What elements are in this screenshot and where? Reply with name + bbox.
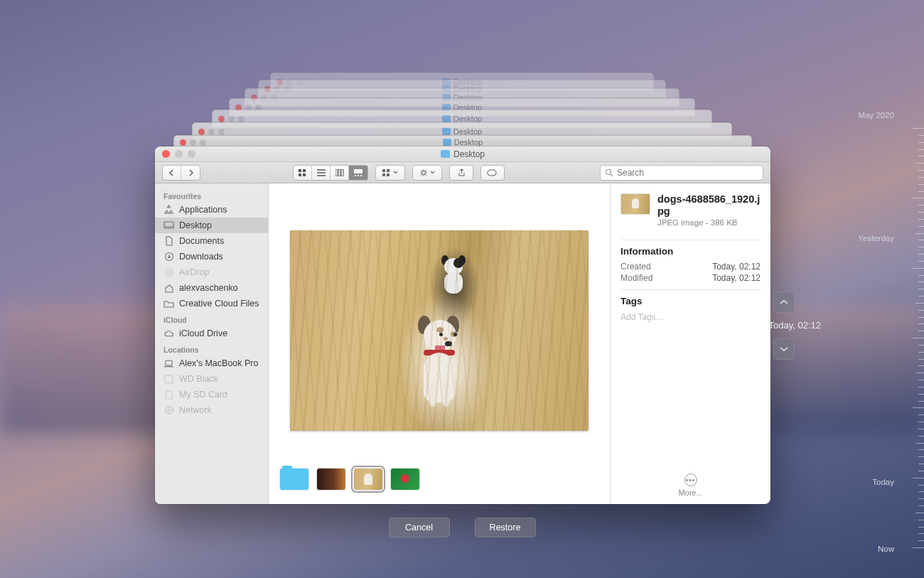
- forward-button[interactable]: [181, 166, 200, 180]
- sidebar-item-label: Creative Cloud Files: [179, 299, 259, 309]
- cancel-button[interactable]: Cancel: [389, 518, 450, 537]
- laptop-icon: [163, 358, 174, 368]
- svg-rect-14: [387, 173, 390, 176]
- info-created: CreatedToday, 02:12: [621, 261, 761, 272]
- svg-rect-3: [303, 173, 306, 176]
- svg-rect-10: [360, 175, 362, 176]
- thumbnail-strip: [269, 463, 610, 504]
- minimize-button[interactable]: [175, 150, 183, 158]
- window-controls: [162, 150, 195, 158]
- sidebar-item-label: Documents: [179, 236, 224, 246]
- restore-button[interactable]: Restore: [475, 518, 536, 537]
- finder-window: Desktop FavouritesApplicationsDesktopDoc…: [155, 146, 770, 504]
- search-input[interactable]: [617, 168, 758, 178]
- airdrop-icon: [163, 267, 174, 277]
- globe-icon: [163, 405, 174, 415]
- svg-rect-9: [358, 175, 359, 176]
- svg-rect-23: [165, 375, 173, 383]
- svg-rect-6: [341, 169, 343, 176]
- sidebar-item-label: AirDrop: [179, 267, 209, 277]
- sidebar-item-applications[interactable]: Applications: [155, 202, 268, 218]
- svg-rect-11: [382, 169, 385, 172]
- sidebar-section-header: iCloud: [155, 311, 268, 326]
- sidebar-item-label: iCloud Drive: [179, 328, 227, 338]
- icon-view-button[interactable]: [294, 166, 312, 180]
- tags-button[interactable]: [480, 165, 505, 181]
- sidebar-item-airdrop[interactable]: AirDrop: [155, 264, 268, 280]
- svg-point-20: [165, 269, 173, 277]
- timeline-label: Now: [878, 545, 894, 553]
- search-icon: [605, 168, 613, 177]
- sidebar-item-label: WD Black: [179, 374, 218, 384]
- svg-point-15: [422, 171, 426, 174]
- sidebar-item-network[interactable]: Network: [155, 402, 268, 418]
- list-view-button[interactable]: [312, 166, 331, 180]
- disk-icon: [163, 374, 174, 384]
- info-modified: ModifiedToday, 02:12: [621, 272, 761, 284]
- downloads-icon: [163, 252, 174, 262]
- sidebar-item-label: alexvaschenko: [179, 283, 238, 293]
- svg-rect-1: [303, 169, 306, 172]
- svg-rect-7: [354, 169, 362, 173]
- back-button[interactable]: [163, 166, 181, 180]
- sidebar-item-creative-cloud-files[interactable]: Creative Cloud Files: [155, 296, 268, 311]
- info-section-header: Information: [621, 246, 761, 257]
- titlebar: Desktop: [155, 146, 770, 162]
- close-button[interactable]: [162, 150, 170, 158]
- gallery-view-button[interactable]: [349, 166, 367, 180]
- svg-rect-12: [387, 169, 390, 172]
- sd-icon: [163, 390, 174, 400]
- home-icon: [163, 283, 174, 293]
- svg-rect-13: [382, 173, 385, 176]
- sidebar-item-label: Network: [179, 405, 212, 415]
- sidebar-item-desktop[interactable]: Desktop: [155, 218, 268, 233]
- zoom-button[interactable]: [188, 150, 195, 158]
- preview-image: [290, 230, 589, 431]
- folder-icon: [163, 299, 174, 309]
- svg-rect-4: [335, 169, 338, 176]
- search-field[interactable]: [600, 165, 763, 181]
- desktop-icon: [163, 220, 174, 230]
- sidebar-item-label: My SD Card: [179, 390, 227, 400]
- timeline[interactable]: May 2020 Yesterday Today Now: [839, 0, 924, 578]
- sidebar-item-downloads[interactable]: Downloads: [155, 249, 268, 264]
- sidebar: FavouritesApplicationsDesktopDocumentsDo…: [155, 183, 269, 504]
- toolbar: [155, 162, 770, 183]
- sidebar-item-documents[interactable]: Documents: [155, 233, 268, 249]
- sidebar-item-label: Desktop: [179, 220, 212, 230]
- sidebar-item-alexvaschenko[interactable]: alexvaschenko: [155, 280, 268, 296]
- folder-icon: [441, 150, 450, 158]
- add-tags-field[interactable]: Add Tags...: [621, 312, 761, 322]
- svg-rect-22: [166, 360, 172, 365]
- sidebar-item-icloud-drive[interactable]: iCloud Drive: [155, 326, 268, 341]
- svg-point-21: [167, 271, 171, 274]
- svg-point-17: [606, 169, 611, 174]
- info-pane: dogs-4688586_1920.jpg JPEG image - 386 K…: [611, 183, 770, 504]
- apps-icon: [163, 205, 174, 215]
- doc-icon: [163, 236, 174, 246]
- svg-rect-5: [338, 169, 340, 176]
- window-title: Desktop: [441, 149, 485, 159]
- thumbnail-image[interactable]: [391, 469, 419, 490]
- thumbnail-image-selected[interactable]: [354, 469, 382, 490]
- action-button[interactable]: [412, 165, 442, 181]
- thumbnail-image[interactable]: [317, 469, 345, 490]
- tags-section-header: Tags: [621, 296, 761, 306]
- info-thumbnail: [621, 193, 650, 215]
- timeline-down-button[interactable]: [773, 338, 795, 360]
- thumbnail-folder[interactable]: [280, 469, 308, 490]
- group-button[interactable]: [375, 165, 405, 181]
- sidebar-item-my-sd-card[interactable]: My SD Card: [155, 387, 268, 402]
- timeline-up-button[interactable]: [773, 291, 795, 313]
- more-button[interactable]: ••• More...: [621, 473, 761, 497]
- sidebar-item-label: Alex's MacBook Pro: [179, 358, 258, 368]
- sidebar-item-alex-s-macbook-pro[interactable]: Alex's MacBook Pro: [155, 355, 268, 371]
- column-view-button[interactable]: [331, 166, 349, 180]
- timeline-current-label: Today, 02:12: [769, 320, 821, 331]
- sidebar-section-header: Locations: [155, 341, 268, 355]
- svg-rect-2: [299, 173, 301, 176]
- svg-rect-18: [164, 222, 173, 228]
- svg-rect-0: [299, 169, 301, 172]
- share-button[interactable]: [449, 165, 473, 181]
- sidebar-item-wd-black[interactable]: WD Black: [155, 371, 268, 387]
